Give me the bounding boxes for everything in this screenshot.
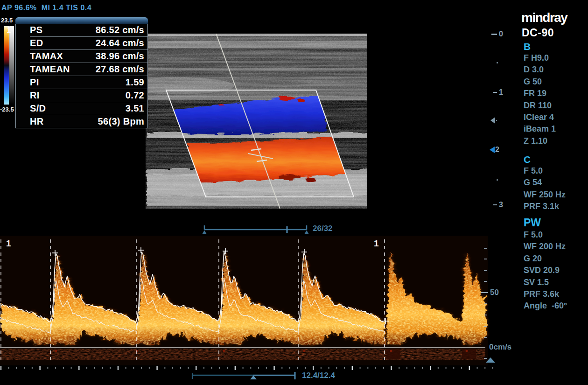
bmode-cine-bar[interactable]: 26/32 bbox=[201, 223, 341, 235]
cine-position-marker[interactable] bbox=[250, 376, 257, 380]
color-mode-params: C F 5.0 G 54 WF 250 Hz PRF 3.1k bbox=[524, 154, 566, 213]
depth-tick-3: 3 bbox=[493, 201, 503, 209]
color-mode-section-title: C bbox=[524, 154, 566, 165]
color-doppler-colorbar bbox=[4, 26, 9, 105]
colorbar-min-label: -23.5 bbox=[0, 106, 14, 113]
result-row: ED24.64 cm/s bbox=[30, 36, 147, 49]
result-row: RI0.72 bbox=[30, 89, 147, 102]
result-row: PI1.59 bbox=[30, 76, 147, 89]
cycle-marker-left: 1 bbox=[6, 238, 11, 249]
result-row: TAMEAN27.68 cm/s bbox=[30, 63, 147, 76]
depth-minor-dot bbox=[497, 62, 498, 63]
velocity-axis-baseline-label: 0cm/s bbox=[489, 343, 511, 352]
colorbar-max-label: 23.5 bbox=[1, 17, 13, 24]
focus-depth-marker-icon[interactable]: 2 bbox=[490, 146, 499, 154]
cine-end-marker[interactable] bbox=[304, 231, 309, 235]
depth-tick-1: 1 bbox=[493, 88, 503, 97]
measurement-results-panel: 1 PS86.52 cm/s ED24.64 cm/s TAMAX38.96 c… bbox=[15, 17, 148, 128]
result-row: PS86.52 cm/s bbox=[30, 24, 147, 36]
results-panel-titlebar[interactable] bbox=[15, 17, 148, 24]
cine-frame-counter: 26/32 bbox=[313, 224, 333, 233]
model-name: DC-90 bbox=[522, 27, 554, 39]
depth-minor-dot bbox=[497, 179, 498, 181]
measurement-index: 1 bbox=[7, 26, 11, 35]
spectral-cine-bar[interactable]: 12.4/12.4 bbox=[189, 371, 343, 382]
bmode-cine-track[interactable] bbox=[201, 223, 311, 235]
cine-end-stop[interactable] bbox=[294, 372, 296, 379]
cine-start-marker[interactable] bbox=[202, 231, 207, 235]
result-row: S/D3.51 bbox=[30, 102, 147, 115]
pw-mode-params: PW F 5.0 WF 200 Hz G 20 SVD 20.9 SV 1.5 … bbox=[524, 217, 567, 312]
spectral-cine-track[interactable] bbox=[189, 371, 299, 381]
depth-tick-0: 0 bbox=[491, 30, 503, 38]
cine-time-counter: 12.4/12.4 bbox=[302, 371, 335, 380]
ultrasound-screen: AP 96.6% MI 1.4 TIS 0.4 23.5 -23.5 bbox=[0, 0, 588, 385]
current-frame-tick[interactable] bbox=[287, 226, 288, 233]
result-row: TAMAX38.96 cm/s bbox=[30, 49, 147, 63]
b-mode-section-title: B bbox=[524, 41, 556, 52]
focus-marker-icon[interactable] bbox=[490, 117, 497, 124]
cycle-marker-right: 1 bbox=[374, 238, 379, 249]
pw-spectral-display bbox=[0, 236, 513, 376]
result-row: HR56(3) Bpm bbox=[30, 115, 147, 128]
acoustic-output-readout: AP 96.6% MI 1.4 TIS 0.4 bbox=[1, 4, 91, 12]
velocity-axis-mid-label: 50 bbox=[490, 288, 499, 297]
grayscale-bar bbox=[9, 26, 14, 105]
mindray-logo: mindray bbox=[521, 10, 567, 25]
pw-mode-section-title: PW bbox=[524, 217, 567, 229]
b-mode-params: B F H9.0 D 3.0 G 50 FR 19 DR 110 iClear … bbox=[524, 41, 556, 147]
b-mode-image bbox=[146, 34, 367, 209]
